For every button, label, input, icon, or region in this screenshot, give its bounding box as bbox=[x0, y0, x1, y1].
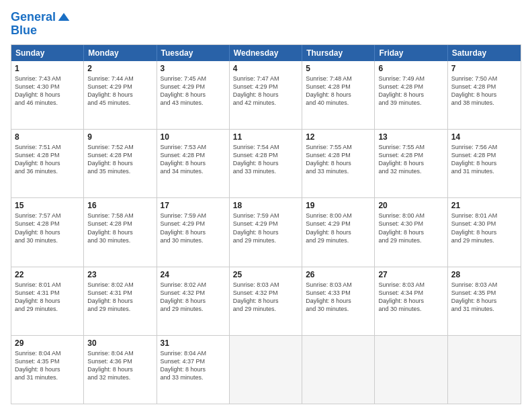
day-number: 27 bbox=[378, 270, 443, 279]
day-number: 17 bbox=[161, 201, 226, 210]
cell-details: Sunrise: 7:43 AMSunset: 4:30 PMDaylight:… bbox=[15, 75, 80, 107]
cell-details: Sunrise: 7:51 AMSunset: 4:28 PMDaylight:… bbox=[15, 143, 80, 176]
calendar-row-1: 8Sunrise: 7:51 AMSunset: 4:28 PMDaylight… bbox=[11, 129, 521, 197]
header: General Blue bbox=[11, 11, 521, 38]
day-number: 26 bbox=[306, 270, 371, 279]
cell-details: Sunrise: 8:04 AMSunset: 4:36 PMDaylight:… bbox=[87, 349, 152, 382]
calendar-cell: 15Sunrise: 7:57 AMSunset: 4:28 PMDayligh… bbox=[11, 198, 84, 266]
calendar-cell: 9Sunrise: 7:52 AMSunset: 4:28 PMDaylight… bbox=[84, 130, 157, 197]
calendar-cell: 25Sunrise: 8:03 AMSunset: 4:32 PMDayligh… bbox=[230, 267, 302, 335]
calendar-body: 1Sunrise: 7:43 AMSunset: 4:30 PMDaylight… bbox=[11, 61, 521, 404]
day-number: 15 bbox=[15, 201, 80, 210]
calendar-cell: 13Sunrise: 7:55 AMSunset: 4:28 PMDayligh… bbox=[375, 130, 447, 197]
calendar-cell: 27Sunrise: 8:03 AMSunset: 4:34 PMDayligh… bbox=[375, 267, 447, 335]
calendar-cell: 20Sunrise: 8:00 AMSunset: 4:30 PMDayligh… bbox=[375, 198, 447, 266]
calendar-cell: 23Sunrise: 8:02 AMSunset: 4:31 PMDayligh… bbox=[84, 267, 157, 335]
calendar-cell: 19Sunrise: 8:00 AMSunset: 4:29 PMDayligh… bbox=[302, 198, 375, 266]
day-number: 12 bbox=[306, 132, 371, 142]
day-number: 6 bbox=[378, 64, 443, 73]
cell-details: Sunrise: 7:55 AMSunset: 4:28 PMDaylight:… bbox=[306, 143, 371, 176]
cell-details: Sunrise: 7:54 AMSunset: 4:28 PMDaylight:… bbox=[233, 143, 298, 176]
day-number: 8 bbox=[15, 132, 80, 142]
day-number: 19 bbox=[306, 201, 371, 210]
calendar-cell: 11Sunrise: 7:54 AMSunset: 4:28 PMDayligh… bbox=[230, 130, 302, 197]
logo-text: General bbox=[11, 11, 56, 24]
day-number: 25 bbox=[233, 270, 298, 279]
calendar-cell: 24Sunrise: 8:02 AMSunset: 4:32 PMDayligh… bbox=[157, 267, 230, 335]
day-number: 30 bbox=[87, 338, 152, 348]
cell-details: Sunrise: 7:59 AMSunset: 4:29 PMDaylight:… bbox=[161, 212, 226, 244]
calendar-cell: 5Sunrise: 7:48 AMSunset: 4:28 PMDaylight… bbox=[302, 61, 375, 129]
day-number: 16 bbox=[87, 201, 152, 210]
day-number: 29 bbox=[15, 338, 80, 348]
cell-details: Sunrise: 8:03 AMSunset: 4:32 PMDaylight:… bbox=[233, 281, 298, 314]
calendar-cell: 17Sunrise: 7:59 AMSunset: 4:29 PMDayligh… bbox=[157, 198, 230, 266]
day-of-week-friday: Friday bbox=[375, 45, 447, 61]
calendar-cell bbox=[302, 336, 375, 404]
calendar-cell: 4Sunrise: 7:47 AMSunset: 4:29 PMDaylight… bbox=[230, 61, 302, 129]
day-of-week-sunday: Sunday bbox=[11, 45, 84, 61]
day-number: 7 bbox=[451, 64, 517, 73]
calendar-cell: 22Sunrise: 8:01 AMSunset: 4:31 PMDayligh… bbox=[11, 267, 84, 335]
cell-details: Sunrise: 8:01 AMSunset: 4:30 PMDaylight:… bbox=[451, 212, 517, 244]
cell-details: Sunrise: 8:03 AMSunset: 4:33 PMDaylight:… bbox=[306, 281, 371, 314]
cell-details: Sunrise: 7:56 AMSunset: 4:28 PMDaylight:… bbox=[451, 143, 517, 176]
day-number: 24 bbox=[161, 270, 226, 279]
cell-details: Sunrise: 8:00 AMSunset: 4:30 PMDaylight:… bbox=[378, 212, 443, 244]
day-number: 1 bbox=[15, 64, 80, 73]
calendar-cell: 16Sunrise: 7:58 AMSunset: 4:28 PMDayligh… bbox=[84, 198, 157, 266]
logo-icon bbox=[57, 11, 71, 24]
cell-details: Sunrise: 8:03 AMSunset: 4:35 PMDaylight:… bbox=[451, 281, 517, 314]
calendar-cell bbox=[375, 336, 447, 404]
cell-details: Sunrise: 8:04 AMSunset: 4:37 PMDaylight:… bbox=[161, 349, 226, 382]
day-of-week-monday: Monday bbox=[84, 45, 157, 61]
calendar-cell: 29Sunrise: 8:04 AMSunset: 4:35 PMDayligh… bbox=[11, 336, 84, 404]
cell-details: Sunrise: 8:04 AMSunset: 4:35 PMDaylight:… bbox=[15, 349, 80, 382]
calendar-cell bbox=[448, 336, 521, 404]
cell-details: Sunrise: 8:02 AMSunset: 4:31 PMDaylight:… bbox=[87, 281, 152, 314]
day-number: 28 bbox=[451, 270, 517, 279]
cell-details: Sunrise: 7:45 AMSunset: 4:29 PMDaylight:… bbox=[161, 75, 226, 107]
day-number: 21 bbox=[451, 201, 517, 210]
calendar-cell: 18Sunrise: 7:59 AMSunset: 4:29 PMDayligh… bbox=[230, 198, 302, 266]
cell-details: Sunrise: 7:57 AMSunset: 4:28 PMDaylight:… bbox=[15, 212, 80, 244]
day-number: 10 bbox=[161, 132, 226, 142]
day-number: 14 bbox=[451, 132, 517, 142]
calendar: SundayMondayTuesdayWednesdayThursdayFrid… bbox=[11, 44, 521, 404]
calendar-cell: 7Sunrise: 7:50 AMSunset: 4:28 PMDaylight… bbox=[448, 61, 521, 129]
day-number: 20 bbox=[378, 201, 443, 210]
cell-details: Sunrise: 8:02 AMSunset: 4:32 PMDaylight:… bbox=[161, 281, 226, 314]
calendar-row-2: 15Sunrise: 7:57 AMSunset: 4:28 PMDayligh… bbox=[11, 197, 521, 266]
day-of-week-wednesday: Wednesday bbox=[230, 45, 302, 61]
calendar-cell bbox=[230, 336, 302, 404]
cell-details: Sunrise: 7:53 AMSunset: 4:28 PMDaylight:… bbox=[161, 143, 226, 176]
page: General Blue SundayMondayTuesdayWednesda… bbox=[0, 0, 532, 411]
day-number: 23 bbox=[87, 270, 152, 279]
calendar-cell: 14Sunrise: 7:56 AMSunset: 4:28 PMDayligh… bbox=[448, 130, 521, 197]
day-number: 9 bbox=[87, 132, 152, 142]
calendar-row-4: 29Sunrise: 8:04 AMSunset: 4:35 PMDayligh… bbox=[11, 335, 521, 404]
day-of-week-thursday: Thursday bbox=[302, 45, 375, 61]
day-of-week-saturday: Saturday bbox=[448, 45, 521, 61]
calendar-cell: 1Sunrise: 7:43 AMSunset: 4:30 PMDaylight… bbox=[11, 61, 84, 129]
calendar-row-0: 1Sunrise: 7:43 AMSunset: 4:30 PMDaylight… bbox=[11, 61, 521, 129]
cell-details: Sunrise: 7:47 AMSunset: 4:29 PMDaylight:… bbox=[233, 75, 298, 107]
calendar-cell: 26Sunrise: 8:03 AMSunset: 4:33 PMDayligh… bbox=[302, 267, 375, 335]
calendar-cell: 8Sunrise: 7:51 AMSunset: 4:28 PMDaylight… bbox=[11, 130, 84, 197]
calendar-row-3: 22Sunrise: 8:01 AMSunset: 4:31 PMDayligh… bbox=[11, 267, 521, 335]
cell-details: Sunrise: 7:55 AMSunset: 4:28 PMDaylight:… bbox=[378, 143, 443, 176]
cell-details: Sunrise: 7:58 AMSunset: 4:28 PMDaylight:… bbox=[87, 212, 152, 244]
day-of-week-tuesday: Tuesday bbox=[157, 45, 230, 61]
calendar-cell: 28Sunrise: 8:03 AMSunset: 4:35 PMDayligh… bbox=[448, 267, 521, 335]
cell-details: Sunrise: 7:52 AMSunset: 4:28 PMDaylight:… bbox=[87, 143, 152, 176]
cell-details: Sunrise: 7:59 AMSunset: 4:29 PMDaylight:… bbox=[233, 212, 298, 244]
calendar-cell: 10Sunrise: 7:53 AMSunset: 4:28 PMDayligh… bbox=[157, 130, 230, 197]
calendar-header: SundayMondayTuesdayWednesdayThursdayFrid… bbox=[11, 45, 521, 61]
calendar-cell: 3Sunrise: 7:45 AMSunset: 4:29 PMDaylight… bbox=[157, 61, 230, 129]
day-number: 31 bbox=[161, 338, 226, 348]
cell-details: Sunrise: 7:44 AMSunset: 4:29 PMDaylight:… bbox=[87, 75, 152, 107]
calendar-cell: 2Sunrise: 7:44 AMSunset: 4:29 PMDaylight… bbox=[84, 61, 157, 129]
day-number: 13 bbox=[378, 132, 443, 142]
svg-marker-0 bbox=[58, 13, 70, 21]
logo-text2: Blue bbox=[11, 24, 71, 38]
